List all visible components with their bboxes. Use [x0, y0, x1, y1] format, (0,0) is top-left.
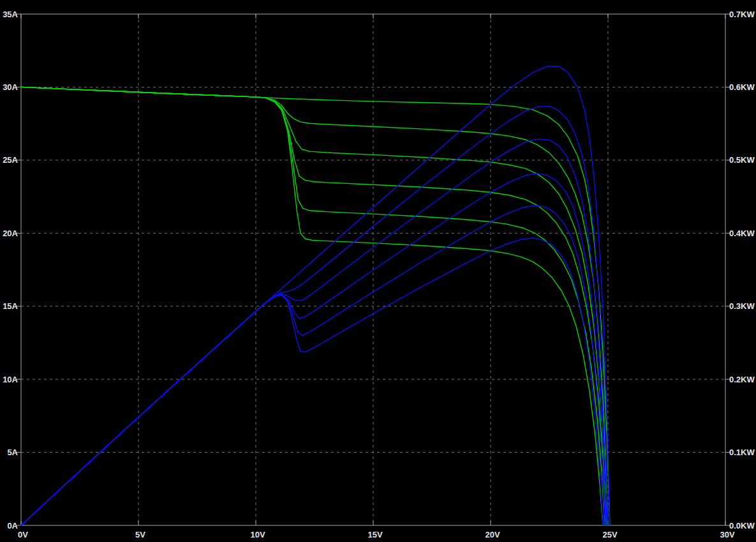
- y-right-tick-label: 0.6KW: [729, 82, 755, 92]
- y-left-tick-label: 15A: [3, 301, 18, 311]
- x-tick-label: 20V: [485, 530, 500, 539]
- x-tick-label: 0V: [18, 530, 28, 539]
- x-tick-label: 30V: [720, 530, 734, 539]
- y-right-tick-label: 0.0KW: [729, 521, 755, 531]
- y-right-tick-label: 0.1KW: [729, 448, 755, 457]
- y-right-tick-label: 0.4KW: [729, 229, 755, 238]
- y-left-tick-label: 30A: [3, 82, 18, 92]
- x-tick-label: 5V: [135, 530, 145, 539]
- y-right-tick-label: 0.2KW: [729, 375, 755, 384]
- y-right-tick-label: 0.5KW: [729, 155, 755, 165]
- y-left-tick-label: 5A: [7, 448, 18, 457]
- y-left-tick-label: 10A: [3, 375, 18, 384]
- y-right-tick-label: 0.7KW: [729, 10, 755, 19]
- x-tick-label: 10V: [250, 530, 265, 539]
- y-left-tick-label: 25A: [3, 155, 18, 165]
- y-left-tick-label: 0A: [7, 521, 18, 531]
- x-tick-label: 15V: [367, 530, 382, 539]
- plot-background: [0, 0, 756, 542]
- plot-area[interactable]: 0V5V10V15V20V25V30V0A5A10A15A20A25A30A35…: [0, 0, 756, 542]
- y-right-tick-label: 0.3KW: [729, 301, 755, 311]
- x-tick-label: 25V: [602, 530, 617, 539]
- waveform-viewer-pane: I(V1) v1*I(V1) 0V5V10V15V20V25V30V0A5A10…: [0, 0, 756, 542]
- y-left-tick-label: 20A: [3, 229, 18, 238]
- y-left-tick-label: 35A: [3, 10, 18, 19]
